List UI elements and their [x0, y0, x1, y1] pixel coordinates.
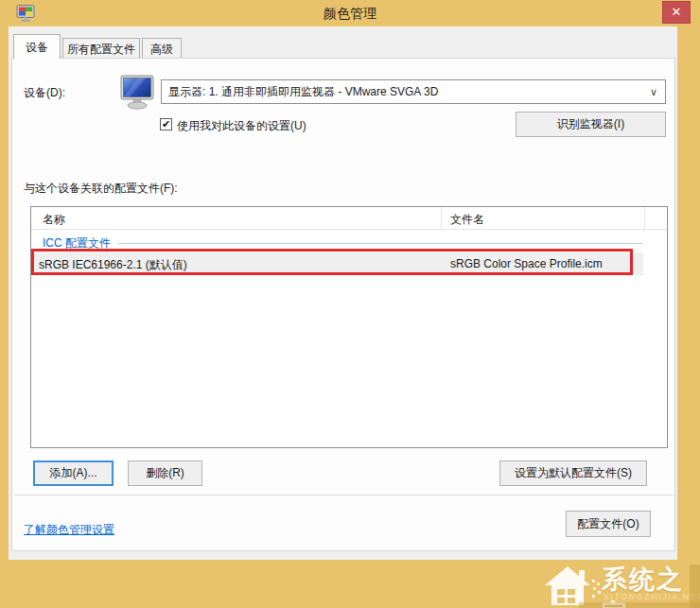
device-monitor-icon: [119, 75, 155, 110]
profiles-list-label: 与这个设备关联的配置文件(F):: [24, 181, 178, 197]
logo-dots-decor: [592, 580, 602, 599]
device-select-value: 显示器: 1. 通用非即插即用监视器 - VMware SVGA 3D: [168, 85, 438, 98]
profiles-listbox[interactable]: 名称 文件名 ICC 配置文件 sRGB IEC61966-2.1 (默认值) …: [30, 206, 668, 448]
add-button[interactable]: 添加(A)...: [33, 460, 114, 486]
device-label: 设备(D):: [24, 85, 65, 101]
remove-button[interactable]: 删除(R): [128, 460, 202, 486]
footer-divider: [14, 495, 676, 495]
column-header-filename[interactable]: 文件名: [450, 212, 484, 228]
profile-row-srgb[interactable]: sRGB IEC61966-2.1 (默认值) sRGB Color Space…: [32, 252, 643, 275]
learn-color-management-link[interactable]: 了解颜色管理设置: [24, 522, 114, 538]
watermark: 系统之家 XITONGZHIJIA.NET: [543, 563, 700, 608]
profiles-button[interactable]: 配置文件(O): [566, 511, 651, 537]
window-title: 颜色管理: [0, 6, 700, 23]
column-divider: [644, 207, 645, 230]
column-divider: [441, 207, 442, 230]
tab-all-profiles[interactable]: 所有配置文件: [62, 38, 140, 59]
list-header: 名称 文件名: [31, 207, 667, 230]
use-settings-checkbox[interactable]: ✔: [160, 118, 172, 130]
close-button[interactable]: ✕: [662, 1, 691, 24]
profile-name-cell: sRGB IEC61966-2.1 (默认值): [39, 257, 187, 273]
profile-filename-cell: sRGB Color Space Profile.icm: [450, 257, 603, 270]
identify-monitors-button[interactable]: 识别监视器(I): [516, 112, 666, 137]
group-header-icc-profiles: ICC 配置文件: [43, 234, 656, 252]
house-logo-icon: [543, 565, 592, 606]
group-label: ICC 配置文件: [43, 235, 111, 252]
desktop-shade-bottom: [579, 602, 700, 608]
use-settings-label[interactable]: 使用我对此设备的设置(U): [177, 118, 306, 134]
tab-devices[interactable]: 设备: [13, 34, 61, 59]
set-default-profile-button[interactable]: 设置为默认配置文件(S): [499, 460, 647, 486]
column-header-name[interactable]: 名称: [43, 212, 65, 228]
device-select[interactable]: 显示器: 1. 通用非即插即用监视器 - VMware SVGA 3D ∨: [161, 79, 666, 104]
tab-advanced[interactable]: 高级: [142, 38, 182, 59]
color-management-window: 颜色管理 ✕ 设备 所有配置文件 高级 设备(D): 显示器: 1. 通用非即插…: [0, 0, 700, 608]
watermark-subtext: XITONGZHIJIA.NET: [604, 592, 700, 601]
group-divider-line: [118, 243, 642, 244]
chevron-down-icon: ∨: [650, 80, 657, 103]
check-icon: ✔: [162, 118, 170, 130]
titlebar[interactable]: 颜色管理 ✕: [0, 0, 700, 26]
